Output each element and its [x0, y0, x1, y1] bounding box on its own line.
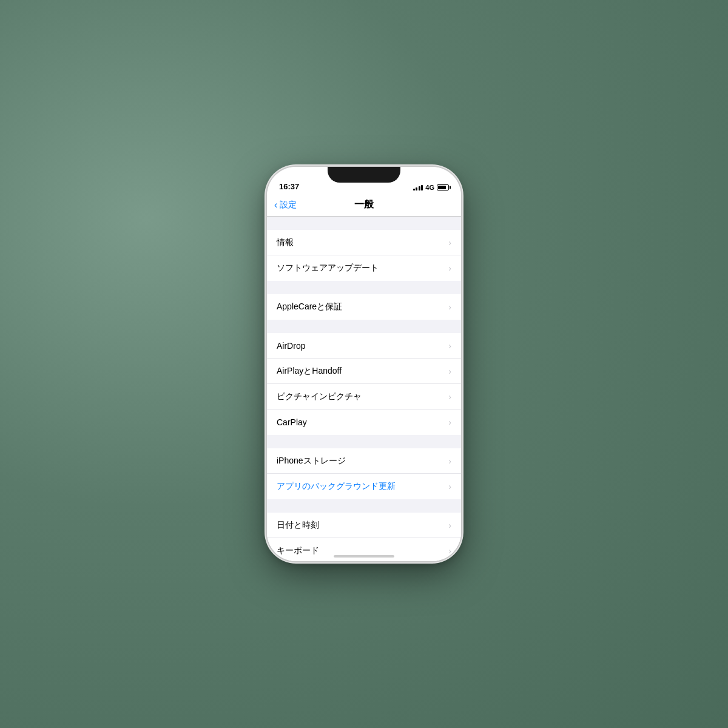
item-keyboard-label: キーボード — [277, 545, 319, 556]
settings-item-info[interactable]: 情報 › — [267, 230, 461, 255]
item-carplay-label: CarPlay — [277, 417, 307, 427]
signal-type-label: 4G — [425, 184, 434, 191]
settings-item-airdrop[interactable]: AirDrop › — [267, 333, 461, 359]
chevron-bg-refresh-icon: › — [448, 482, 451, 491]
settings-group-3: AirDrop › AirPlayとHandoff › ピクチャインピクチャ ›… — [267, 333, 461, 435]
item-datetime-label: 日付と時刻 — [277, 520, 319, 531]
settings-group-1: 情報 › ソフトウェアアップデート › — [267, 230, 461, 281]
item-applecare-label: AppleCareと保証 — [277, 302, 342, 312]
status-right-icons: 4G — [413, 184, 449, 191]
signal-bar-3 — [419, 186, 420, 190]
settings-group-2: AppleCareと保証 › — [267, 294, 461, 320]
group-gap-top — [267, 217, 461, 230]
nav-bar: ‹ 設定 一般 — [267, 194, 461, 217]
status-time: 16:37 — [279, 182, 299, 191]
item-airplay-label: AirPlayとHandoff — [277, 366, 342, 377]
settings-group-4: iPhoneストレージ › アプリのバックグラウンド更新 › — [267, 448, 461, 499]
chevron-datetime-icon: › — [448, 521, 451, 530]
battery-icon — [437, 184, 449, 190]
chevron-storage-icon: › — [448, 456, 451, 466]
settings-item-applecare[interactable]: AppleCareと保証 › — [267, 294, 461, 320]
signal-bar-1 — [413, 189, 415, 190]
back-button[interactable]: ‹ 設定 — [274, 200, 297, 211]
group-gap-4 — [267, 435, 461, 448]
notch — [328, 167, 400, 183]
chevron-pip-icon: › — [448, 392, 451, 402]
group-gap-5 — [267, 499, 461, 513]
battery-fill — [438, 186, 446, 189]
item-info-label: 情報 — [277, 237, 294, 248]
chevron-info-icon: › — [448, 238, 451, 248]
chevron-airdrop-icon: › — [448, 341, 451, 351]
settings-item-keyboard[interactable]: キーボード › — [267, 538, 461, 561]
chevron-applecare-icon: › — [448, 302, 451, 312]
settings-item-pip[interactable]: ピクチャインピクチャ › — [267, 384, 461, 410]
settings-item-bg-refresh[interactable]: アプリのバックグラウンド更新 › — [267, 474, 461, 499]
phone-device: 16:37 4G ‹ 設 — [267, 167, 461, 561]
signal-bars-icon — [413, 184, 423, 190]
settings-group-5: 日付と時刻 › キーボード › フォント › 言語と地域 › — [267, 513, 461, 561]
group-gap-3 — [267, 320, 461, 333]
phone-screen: 16:37 4G ‹ 設 — [267, 167, 461, 561]
settings-item-airplay[interactable]: AirPlayとHandoff › — [267, 359, 461, 384]
page-title: 一般 — [354, 198, 374, 211]
item-software-update-label: ソフトウェアアップデート — [277, 263, 379, 274]
item-bg-refresh-label: アプリのバックグラウンド更新 — [277, 481, 396, 492]
settings-item-software-update[interactable]: ソフトウェアアップデート › — [267, 255, 461, 281]
signal-bar-2 — [416, 187, 417, 190]
chevron-software-icon: › — [448, 263, 451, 273]
item-airdrop-label: AirDrop — [277, 341, 305, 351]
item-storage-label: iPhoneストレージ — [277, 456, 346, 467]
chevron-carplay-icon: › — [448, 417, 451, 427]
item-pip-label: ピクチャインピクチャ — [277, 391, 362, 402]
back-label: 設定 — [280, 200, 297, 211]
home-indicator — [334, 555, 394, 558]
settings-item-storage[interactable]: iPhoneストレージ › — [267, 448, 461, 474]
chevron-airplay-icon: › — [448, 366, 451, 376]
group-gap-2 — [267, 281, 461, 294]
chevron-keyboard-icon: › — [448, 546, 451, 556]
back-chevron-icon: ‹ — [274, 200, 277, 211]
settings-content: 情報 › ソフトウェアアップデート › AppleCareと保証 › — [267, 217, 461, 561]
phone-body: 16:37 4G ‹ 設 — [267, 167, 461, 561]
settings-item-datetime[interactable]: 日付と時刻 › — [267, 513, 461, 538]
signal-bar-4 — [421, 185, 423, 190]
settings-item-carplay[interactable]: CarPlay › — [267, 410, 461, 435]
